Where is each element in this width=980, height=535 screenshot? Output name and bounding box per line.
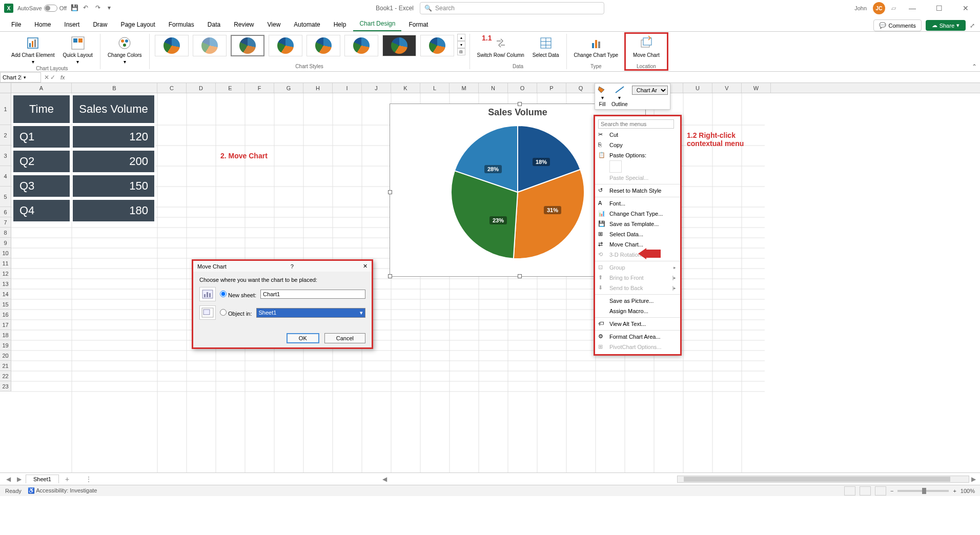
row-header[interactable]: 18 bbox=[0, 330, 11, 340]
new-sheet-name-input[interactable] bbox=[260, 290, 365, 299]
table-cell[interactable]: 180 bbox=[72, 199, 155, 222]
row-header[interactable]: 19 bbox=[0, 340, 11, 351]
tab-formulas[interactable]: Formulas bbox=[162, 18, 200, 31]
ctx-view-alt-text[interactable]: 🏷View Alt Text... bbox=[595, 319, 680, 329]
zoom-slider[interactable] bbox=[897, 490, 949, 492]
column-header[interactable]: N bbox=[479, 83, 508, 93]
table-cell[interactable]: Q4 bbox=[12, 199, 71, 222]
chart-style-4[interactable] bbox=[269, 35, 302, 56]
row-header[interactable]: 4 bbox=[0, 166, 11, 187]
row-header[interactable]: 9 bbox=[0, 238, 11, 248]
chart-style-5[interactable] bbox=[307, 35, 340, 56]
name-box[interactable]: Chart 2▾ bbox=[0, 72, 41, 83]
accessibility-status[interactable]: ♿ Accessibility: Investigate bbox=[28, 487, 97, 494]
tab-page-layout[interactable]: Page Layout bbox=[114, 18, 161, 31]
row-header[interactable]: 10 bbox=[0, 248, 11, 258]
share-button[interactable]: ☁ Share ▾ bbox=[926, 20, 966, 31]
row-header[interactable]: 16 bbox=[0, 310, 11, 320]
ctx-reset-match[interactable]: ↺Reset to Match Style bbox=[595, 186, 680, 196]
chart-style-1[interactable] bbox=[155, 35, 189, 56]
row-header[interactable]: 8 bbox=[0, 228, 11, 238]
chart-element-selector[interactable]: Chart Area bbox=[632, 86, 668, 95]
user-avatar[interactable]: JC bbox=[873, 2, 885, 14]
undo-icon[interactable]: ↶ bbox=[83, 4, 91, 12]
context-search-input[interactable] bbox=[598, 119, 674, 129]
view-page-break-button[interactable] bbox=[875, 486, 886, 496]
table-cell[interactable]: 150 bbox=[72, 174, 155, 198]
ok-button[interactable]: OK bbox=[287, 333, 319, 343]
change-colors-button[interactable]: Change Colors ▾ bbox=[105, 34, 145, 66]
row-header[interactable]: 7 bbox=[0, 217, 11, 228]
fx-icon[interactable]: fx bbox=[58, 74, 67, 80]
zoom-level[interactable]: 100% bbox=[961, 488, 975, 494]
chart-style-6[interactable] bbox=[344, 35, 378, 56]
column-header[interactable]: L bbox=[420, 83, 450, 93]
comments-button[interactable]: 💬 Comments bbox=[873, 19, 921, 31]
row-header[interactable]: 5 bbox=[0, 187, 11, 207]
search-input[interactable]: 🔍 Search bbox=[420, 2, 604, 14]
column-header[interactable]: A bbox=[11, 83, 72, 93]
table-cell[interactable]: Q2 bbox=[12, 150, 71, 173]
row-header[interactable]: 23 bbox=[0, 381, 11, 392]
zoom-out-button[interactable]: − bbox=[890, 488, 893, 494]
sheet-menu-icon[interactable]: ⋮ bbox=[86, 476, 92, 483]
move-chart-button[interactable]: Move Chart bbox=[630, 34, 663, 59]
chart-style-7[interactable] bbox=[382, 35, 416, 56]
row-header[interactable]: 15 bbox=[0, 299, 11, 310]
column-header[interactable]: V bbox=[712, 83, 742, 93]
column-header[interactable]: I bbox=[333, 83, 362, 93]
tab-draw[interactable]: Draw bbox=[87, 18, 113, 31]
table-cell[interactable]: Q3 bbox=[12, 174, 71, 198]
column-header[interactable]: E bbox=[216, 83, 245, 93]
row-header[interactable]: 12 bbox=[0, 269, 11, 279]
tab-home[interactable]: Home bbox=[28, 18, 57, 31]
tab-review[interactable]: Review bbox=[228, 18, 260, 31]
column-header[interactable]: P bbox=[537, 83, 566, 93]
select-data-button[interactable]: Select Data bbox=[529, 34, 562, 59]
row-header[interactable]: 22 bbox=[0, 371, 11, 381]
ribbon-mode-icon[interactable]: ▱ bbox=[891, 5, 896, 12]
chart-style-3[interactable] bbox=[231, 35, 264, 56]
column-header[interactable]: Q bbox=[566, 83, 596, 93]
row-header[interactable]: 11 bbox=[0, 258, 11, 269]
column-header[interactable]: W bbox=[742, 83, 771, 93]
ctx-select-data[interactable]: ⊞Select Data... bbox=[595, 229, 680, 239]
row-header[interactable]: 17 bbox=[0, 320, 11, 330]
paste-option-1[interactable] bbox=[609, 160, 622, 173]
enter-formula-icon[interactable]: ✓ bbox=[50, 74, 55, 81]
row-header[interactable]: 3 bbox=[0, 146, 11, 166]
maximize-button[interactable]: ☐ bbox=[929, 1, 949, 15]
change-chart-type-button[interactable]: Change Chart Type bbox=[571, 34, 622, 59]
save-icon[interactable]: 💾 bbox=[71, 4, 79, 12]
column-header[interactable]: J bbox=[362, 83, 391, 93]
column-header[interactable]: O bbox=[508, 83, 537, 93]
add-sheet-button[interactable]: + bbox=[61, 475, 73, 483]
hscroll-left[interactable]: ◀ bbox=[382, 476, 387, 483]
add-chart-element-button[interactable]: Add Chart Element ▾ bbox=[8, 34, 58, 66]
table-cell[interactable]: Q1 bbox=[12, 125, 71, 149]
ctx-change-chart-type[interactable]: 📊Change Chart Type... bbox=[595, 209, 680, 219]
sheet-nav-prev[interactable]: ◀ bbox=[4, 476, 13, 483]
column-header[interactable]: C bbox=[157, 83, 187, 93]
tab-file[interactable]: File bbox=[5, 18, 27, 31]
row-header[interactable]: 21 bbox=[0, 361, 11, 371]
collapse-ribbon-icon[interactable]: ⌃ bbox=[972, 63, 977, 70]
qat-dropdown-icon[interactable]: ▾ bbox=[108, 4, 116, 12]
styles-scroll-up[interactable]: ▴ bbox=[457, 34, 465, 41]
row-header[interactable]: 14 bbox=[0, 289, 11, 299]
ctx-save-picture[interactable]: Save as Picture... bbox=[595, 296, 680, 306]
column-header[interactable]: D bbox=[187, 83, 216, 93]
ribbon-options-icon[interactable]: ⤢ bbox=[970, 22, 975, 29]
fill-button[interactable]: ▾ Fill bbox=[597, 86, 607, 107]
ctx-save-template[interactable]: 💾Save as Template... bbox=[595, 219, 680, 229]
hscroll-right[interactable]: ▶ bbox=[971, 476, 976, 483]
zoom-in-button[interactable]: + bbox=[953, 488, 956, 494]
select-all-cell[interactable] bbox=[0, 83, 11, 93]
row-header[interactable]: 20 bbox=[0, 351, 11, 361]
styles-more[interactable]: ⊟ bbox=[457, 48, 465, 55]
object-in-radio[interactable]: Object in: bbox=[220, 309, 252, 317]
table-cell[interactable]: 200 bbox=[72, 150, 155, 173]
column-header[interactable]: U bbox=[683, 83, 712, 93]
new-sheet-radio[interactable]: New sheet: bbox=[220, 291, 256, 298]
cancel-button[interactable]: Cancel bbox=[324, 333, 365, 343]
